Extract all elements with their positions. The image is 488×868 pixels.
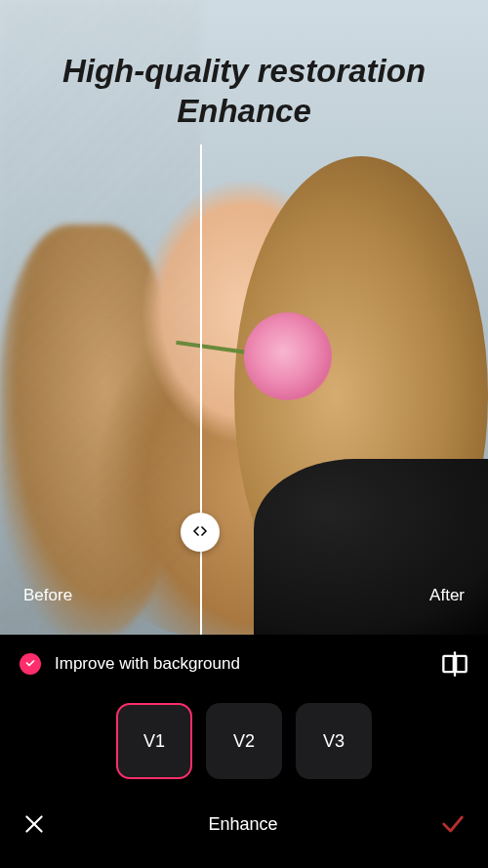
- before-label: Before: [23, 586, 72, 605]
- version-label: V1: [143, 731, 165, 752]
- compare-divider[interactable]: [200, 145, 202, 635]
- after-label: After: [429, 586, 465, 605]
- controls-panel: Improve with background V1 V2 V3 Enhance: [0, 635, 488, 868]
- svg-rect-1: [456, 656, 467, 672]
- check-icon: [439, 810, 467, 838]
- close-icon: [21, 811, 47, 837]
- compare-icon[interactable]: [441, 650, 468, 678]
- version-option-v1[interactable]: V1: [116, 703, 192, 779]
- compare-slider-handle[interactable]: [181, 513, 220, 552]
- version-selector: V1 V2 V3: [0, 695, 488, 797]
- version-label: V3: [323, 731, 345, 752]
- resize-horizontal-icon: [192, 523, 208, 542]
- heading-line-2: Enhance: [177, 93, 311, 129]
- version-option-v3[interactable]: V3: [296, 703, 372, 779]
- version-label: V2: [233, 731, 255, 752]
- panel-title: Enhance: [47, 814, 439, 835]
- confirm-button[interactable]: [439, 810, 467, 838]
- check-icon: [24, 655, 36, 673]
- before-after-preview[interactable]: High-quality restoration Enhance Before …: [0, 0, 488, 635]
- svg-rect-0: [443, 656, 454, 672]
- improve-background-checkbox[interactable]: [20, 653, 41, 675]
- photo-shape: [254, 459, 488, 635]
- feature-heading: High-quality restoration Enhance: [0, 51, 488, 132]
- cancel-button[interactable]: [21, 811, 47, 837]
- improve-background-label: Improve with background: [55, 654, 240, 674]
- photo-shape: [244, 312, 332, 400]
- heading-line-1: High-quality restoration: [62, 53, 426, 89]
- version-option-v2[interactable]: V2: [206, 703, 282, 779]
